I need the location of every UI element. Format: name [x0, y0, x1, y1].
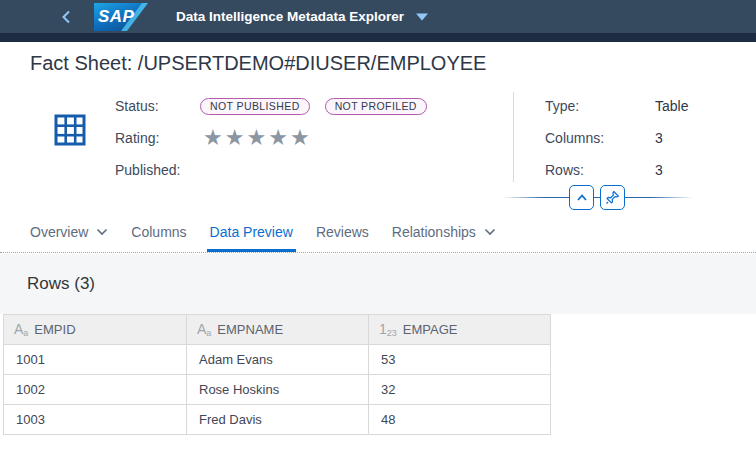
rows-count-row: Rows: 3	[545, 154, 688, 186]
table-row[interactable]: 1002 Rose Hoskins 32	[4, 375, 551, 405]
tab-overview-label: Overview	[30, 224, 88, 240]
cell-empid: 1002	[4, 375, 187, 405]
status-row: Status: NOT PUBLISHED NOT PROFILED	[115, 90, 427, 122]
rating-row: Rating: ★★★★★	[115, 122, 427, 154]
status-label: Status:	[115, 98, 200, 114]
columns-row: Columns: 3	[545, 122, 688, 154]
string-type-icon: Aa	[14, 322, 28, 337]
cell-empage: 32	[369, 375, 551, 405]
status-badge-not-profiled: NOT PROFILED	[325, 98, 427, 115]
back-button[interactable]	[56, 7, 76, 27]
tab-data-preview-label: Data Preview	[210, 224, 293, 240]
tab-reviews-label: Reviews	[316, 224, 369, 240]
rating-stars-icon[interactable]: ★★★★★	[203, 128, 312, 148]
chevron-up-icon	[575, 191, 589, 205]
data-preview-toolbar: Rows (3)	[0, 254, 756, 314]
column-header-empage-label: EMPAGE	[403, 322, 458, 337]
cell-empname: Fred Davis	[187, 405, 369, 435]
columns-label: Columns:	[545, 130, 655, 146]
rating-label: Rating:	[115, 130, 200, 146]
cell-empid: 1001	[4, 345, 187, 375]
string-type-icon: Aa	[197, 322, 211, 337]
column-header-empid[interactable]: AaEMPID	[4, 315, 187, 345]
sap-logo: SAP	[94, 3, 148, 31]
table-row[interactable]: 1001 Adam Evans 53	[4, 345, 551, 375]
type-row: Type: Table	[545, 90, 688, 122]
published-label: Published:	[115, 162, 200, 178]
status-badge-not-published: NOT PUBLISHED	[200, 98, 310, 115]
cell-empname: Adam Evans	[187, 345, 369, 375]
rows-value: 3	[655, 162, 663, 178]
fact-sheet-page: SAP Data Intelligence Metadata Explorer …	[0, 0, 756, 461]
object-status-panel: Status: NOT PUBLISHED NOT PROFILED Ratin…	[115, 90, 427, 186]
shell-sub-bar	[0, 33, 756, 42]
back-chevron-icon	[60, 9, 72, 25]
table-row[interactable]: 1003 Fred Davis 48	[4, 405, 551, 435]
shell-bar: SAP Data Intelligence Metadata Explorer	[0, 0, 756, 33]
type-label: Type:	[545, 98, 655, 114]
tab-overview[interactable]: Overview	[30, 211, 108, 252]
object-meta-panel: Type: Table Columns: 3 Rows: 3	[545, 90, 688, 186]
published-row: Published:	[115, 154, 427, 186]
table-header-row: AaEMPID AaEMPNAME 123EMPAGE	[4, 315, 551, 345]
columns-value: 3	[655, 130, 663, 146]
chevron-down-icon	[96, 228, 108, 236]
pin-header-button[interactable]	[600, 185, 625, 210]
header-controls	[503, 185, 693, 211]
number-type-icon: 123	[379, 322, 397, 337]
app-title: Data Intelligence Metadata Explorer	[176, 9, 404, 24]
cell-empid: 1003	[4, 405, 187, 435]
cell-empage: 48	[369, 405, 551, 435]
table-grid-icon	[54, 114, 86, 146]
cell-empage: 53	[369, 345, 551, 375]
rows-section-title: Rows (3)	[27, 274, 95, 294]
tab-columns[interactable]: Columns	[131, 211, 186, 252]
header-divider-line	[503, 197, 693, 198]
tab-relationships[interactable]: Relationships	[392, 211, 496, 252]
column-header-empname-label: EMPNAME	[217, 322, 283, 337]
sap-logo-text: SAP	[98, 7, 134, 27]
dropdown-triangle-icon	[416, 13, 428, 21]
column-header-empname[interactable]: AaEMPNAME	[187, 315, 369, 345]
panel-divider	[513, 92, 514, 182]
chevron-down-icon	[484, 228, 496, 236]
page-title: Fact Sheet: /UPSERTDEMO#DIUSER/EMPLOYEE	[30, 52, 486, 75]
type-value: Table	[655, 98, 688, 114]
data-preview-table: AaEMPID AaEMPNAME 123EMPAGE 1001 Adam Ev…	[3, 314, 551, 435]
column-header-empid-label: EMPID	[34, 322, 75, 337]
pin-icon	[605, 190, 620, 205]
app-menu-dropdown[interactable]	[416, 13, 428, 21]
tab-reviews[interactable]: Reviews	[316, 211, 369, 252]
rows-label: Rows:	[545, 162, 655, 178]
collapse-header-button[interactable]	[569, 185, 594, 210]
tab-data-preview[interactable]: Data Preview	[210, 211, 293, 252]
tab-relationships-label: Relationships	[392, 224, 476, 240]
cell-empname: Rose Hoskins	[187, 375, 369, 405]
column-header-empage[interactable]: 123EMPAGE	[369, 315, 551, 345]
tab-columns-label: Columns	[131, 224, 186, 240]
fact-sheet-tabs: Overview Columns Data Preview Reviews Re…	[0, 211, 756, 253]
